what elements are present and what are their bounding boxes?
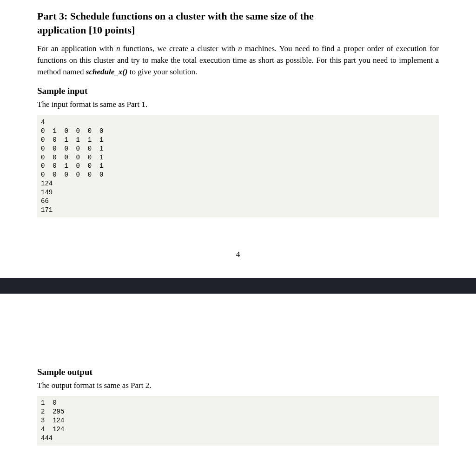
section-paragraph: For an application with n functions, we …	[37, 43, 439, 78]
page-lower: Sample output The output format is same …	[0, 294, 476, 446]
sample-output-note: The output format is same as Part 2.	[37, 380, 439, 392]
sample-output-code: 1 0 2 295 3 124 4 124 444	[37, 396, 439, 445]
sample-input-code: 4 0 1 0 0 0 0 0 0 1 1 1 1 0 0 0 0 0 1 0 …	[37, 115, 439, 217]
title-line-1: Part 3: Schedule functions on a cluster …	[37, 10, 314, 22]
para-frag-d: to give your solution.	[128, 67, 198, 76]
para-frag-b: functions, we create a cluster with	[120, 44, 238, 53]
page-break-bar	[0, 278, 476, 294]
page-upper: Part 3: Schedule functions on a cluster …	[0, 0, 476, 259]
sample-input-heading: Sample input	[37, 86, 439, 96]
sample-input-note: The input format is same as Part 1.	[37, 99, 439, 111]
title-line-2: application [10 points]	[37, 24, 135, 36]
page-number: 4	[37, 250, 439, 259]
math-n-2: n	[238, 44, 242, 53]
section-title: Part 3: Schedule functions on a cluster …	[37, 9, 439, 37]
sample-output-heading: Sample output	[37, 367, 439, 377]
para-frag-a: For an application with	[37, 44, 116, 53]
function-name: schedule_x()	[86, 67, 128, 76]
